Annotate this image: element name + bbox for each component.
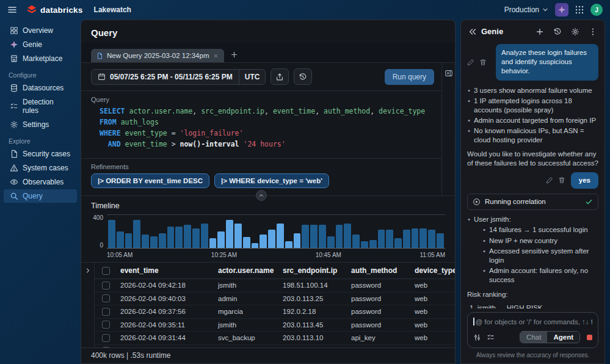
timeline-bar[interactable] [352,235,360,248]
sidebar-item-detection-rules[interactable]: Detection rules [4,95,77,117]
sidebar-item-marketplace[interactable]: Marketplace [4,52,77,65]
timeline-bar[interactable] [260,235,267,248]
row-checkbox[interactable] [102,294,110,302]
sidebar-item-overview[interactable]: Overview [4,24,77,37]
timeline-bar[interactable] [394,238,402,248]
chat-history-icon[interactable] [553,27,562,36]
row-checkbox[interactable] [102,308,110,316]
tool-step[interactable]: Running correlation [467,194,598,210]
date-range-control[interactable]: 05/07/25 6:25 PM - 05/11/25 6:25 PM UTC [91,69,266,85]
edit-reply-icon[interactable] [546,177,553,184]
timeline-bar[interactable] [159,233,166,248]
refinement-chip[interactable]: |> ORDER BY event_time DESC [91,173,209,188]
timeline-bar[interactable] [108,220,115,248]
close-tab-icon[interactable] [213,53,219,59]
table-row[interactable]: 2026-02-04 09:35:11jsmith203.0.113.45pas… [95,319,455,332]
export-button[interactable] [271,68,289,85]
stop-button[interactable] [587,335,592,340]
sidebar-item-security-cases[interactable]: Security cases [4,147,77,161]
timeline-bar[interactable] [133,220,140,248]
timeline-bar[interactable] [234,224,242,249]
row-checkbox[interactable] [102,334,110,342]
timeline-bar[interactable] [302,225,309,248]
timeline-bar[interactable] [192,228,200,248]
delete-reply-icon[interactable] [558,177,565,184]
column-header[interactable]: src_endpoint.ip [283,266,351,275]
table-row[interactable]: 2026-02-04 09:31:44svc_backup203.0.113.1… [95,332,455,345]
genie-settings-icon[interactable] [571,27,579,36]
timeline-bar[interactable] [361,241,368,248]
timeline-bar[interactable] [125,233,133,248]
genie-input-box[interactable]: Chat Agent [467,312,598,348]
timeline-bar[interactable] [252,243,259,248]
genie-toggle-button[interactable] [555,3,568,16]
mode-agent[interactable]: Agent [547,332,579,343]
sidebar-item-settings[interactable]: Settings [4,118,77,131]
row-checkbox[interactable] [102,282,110,289]
collapse-panel-icon[interactable] [445,69,453,78]
timeline-bar[interactable] [386,230,393,248]
sidebar-item-system-cases[interactable]: System cases [4,161,77,175]
row-checkbox[interactable] [102,321,110,329]
query-tab[interactable]: New Query 2025-03-02 12:34pm [91,49,224,62]
timeline-bar[interactable] [319,225,326,248]
table-row[interactable]: 2026-02-04 09:40:03admin203.0.113.25pass… [95,293,455,306]
collapse-genie-icon[interactable] [468,27,477,36]
timeline-bar[interactable] [142,235,149,248]
select-all-checkbox[interactable] [102,267,110,275]
timeline-bar[interactable] [184,225,191,248]
mode-chat[interactable]: Chat [520,332,547,343]
timeline-bar[interactable] [412,228,419,248]
timeline-bar[interactable] [277,224,284,249]
genie-chat-input[interactable] [476,318,593,326]
collapse-editor-button[interactable] [256,190,267,201]
timeline-bar[interactable] [419,228,427,248]
timeline-bar[interactable] [428,230,435,248]
history-button[interactable] [294,68,312,85]
timeline-bar[interactable] [285,241,292,248]
column-header[interactable]: actor.user.name [218,266,283,275]
table-row[interactable]: 2026-02-04 09:42:18jsmith198.51.100.14pa… [95,279,455,293]
timeline-bar[interactable] [243,237,250,248]
tune-icon[interactable] [473,333,481,341]
timeline-bar[interactable] [150,236,158,248]
environment-dropdown[interactable]: Production [504,5,549,14]
timeline-bar[interactable] [175,227,183,248]
apps-grid-icon[interactable] [575,5,584,15]
edit-message-icon[interactable] [467,59,474,66]
timeline-bar[interactable] [209,238,217,248]
kebab-menu-icon[interactable] [589,27,597,36]
delete-message-icon[interactable] [479,59,487,66]
timeline-bar[interactable] [403,230,410,248]
timeline-bar[interactable] [310,225,318,248]
hamburger-menu-icon[interactable] [7,5,17,15]
timeline-bar[interactable] [294,233,301,248]
timeline-bar[interactable] [369,240,377,249]
timeline-bar[interactable] [336,225,343,248]
sidebar-item-datasources[interactable]: Datasources [4,81,77,95]
timeline-bar[interactable] [327,236,335,248]
sidebar-item-query[interactable]: Query [4,189,77,203]
new-chat-icon[interactable] [536,27,544,36]
table-row[interactable]: 2026-02-04 09:37:56mgarcia192.0.2.18pass… [95,305,455,319]
timeline-bar[interactable] [201,224,208,249]
sql-editor[interactable]: Query SELECT actor.user.name, src_endpoi… [81,90,441,158]
timeline-bar[interactable] [217,231,225,248]
column-header[interactable]: auth_method [351,266,415,275]
sql-code[interactable]: SELECT actor.user.name, src_endpoint.ip,… [91,106,432,150]
refinement-chip[interactable]: |> WHERE device_type = 'web' [214,173,329,188]
brand[interactable]: databricks [27,5,83,15]
sidebar-item-observables[interactable]: Observables [4,175,77,189]
timeline-bar[interactable] [378,230,385,248]
chevron-right-icon[interactable] [85,268,91,274]
run-query-button[interactable]: Run query [385,69,434,85]
timeline-plot[interactable] [107,214,445,249]
timezone-segment[interactable]: UTC [239,70,266,84]
timeline-bar[interactable] [344,224,351,249]
timeline-bar[interactable] [268,230,275,248]
timeline-bar[interactable] [167,227,175,248]
sidebar-item-genie[interactable]: Genie [4,38,77,51]
column-header[interactable]: event_time [120,266,218,275]
add-tab-icon[interactable] [230,51,238,59]
checklist-icon[interactable] [487,333,495,341]
